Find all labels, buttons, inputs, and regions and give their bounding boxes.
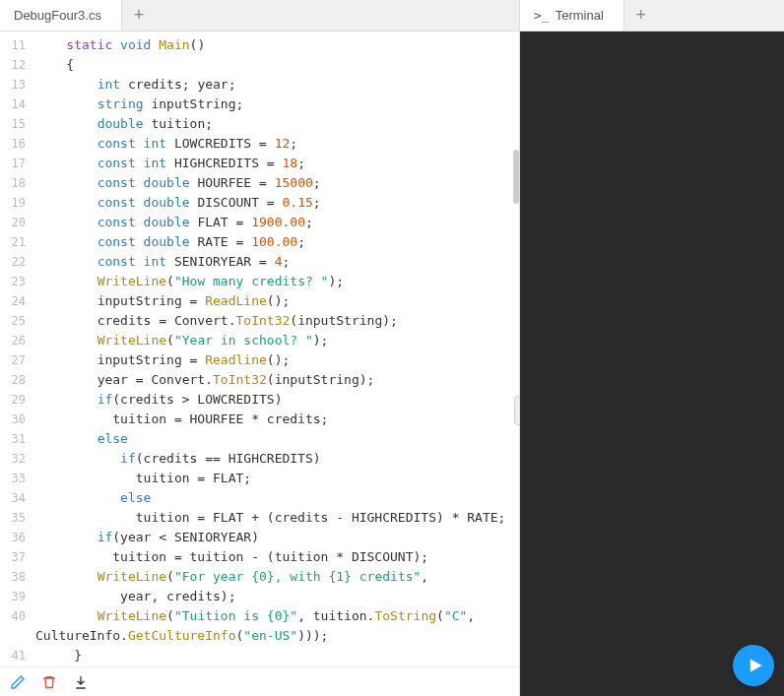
editor-pane: DebugFour3.cs + 111213141516171819202122…: [0, 0, 520, 696]
trash-icon[interactable]: [41, 674, 57, 690]
terminal-prompt-icon: >_: [534, 8, 550, 23]
add-tab-button[interactable]: +: [122, 0, 156, 31]
run-button[interactable]: [733, 645, 774, 686]
editor-tab[interactable]: DebugFour3.cs: [0, 0, 122, 31]
tab-label: DebugFour3.cs: [14, 8, 101, 23]
editor-toolbar: [0, 666, 519, 696]
add-terminal-tab-button[interactable]: +: [624, 0, 658, 31]
line-gutter: 1112131415161718192021222324252627282930…: [0, 32, 32, 666]
editor-tabbar: DebugFour3.cs +: [0, 0, 519, 32]
terminal-tab[interactable]: >_ Terminal: [520, 0, 624, 31]
code-editor[interactable]: 1112131415161718192021222324252627282930…: [0, 32, 519, 666]
app-root: DebugFour3.cs + 111213141516171819202122…: [0, 0, 784, 696]
download-icon[interactable]: [73, 674, 89, 690]
terminal-tabbar: >_ Terminal +: [520, 0, 784, 32]
pencil-icon[interactable]: [10, 674, 26, 690]
code-body[interactable]: static void Main() { int credits; year; …: [32, 32, 519, 666]
terminal-pane: >_ Terminal +: [520, 0, 784, 696]
pane-drag-handle[interactable]: [514, 396, 519, 425]
terminal-body[interactable]: [520, 32, 784, 696]
terminal-tab-label: Terminal: [555, 8, 604, 23]
scrollbar-thumb[interactable]: [513, 150, 519, 204]
